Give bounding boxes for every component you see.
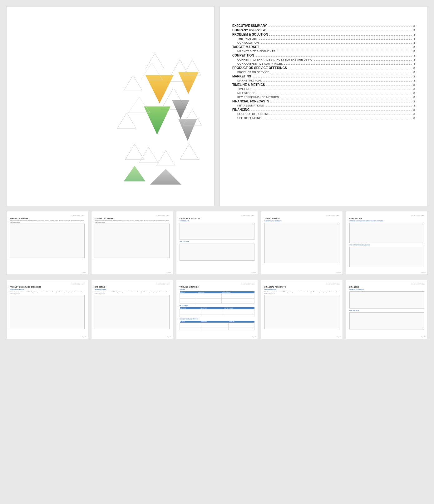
toc-dots xyxy=(270,102,412,102)
toc-item-label: EXECUTIVE SUMMARY xyxy=(232,24,267,27)
thumb-page-number: Page 4 xyxy=(337,272,341,273)
thumb-page-number: Page 7 xyxy=(167,336,171,338)
toc-page-num: 3 xyxy=(413,75,415,78)
thumb-confidential: CONFIDENTIAL xyxy=(95,215,170,216)
thumb-page-number: Page 4 xyxy=(252,272,256,273)
toc-dots xyxy=(251,111,412,111)
toc-dots xyxy=(260,43,412,44)
toc-item: THE PROBLEM3 xyxy=(232,37,415,40)
toc-item-label: TIMELINE & METRICS xyxy=(232,83,265,86)
page1-graphics xyxy=(117,50,205,188)
thumb-page-number: Page 4 xyxy=(167,272,171,273)
toc-item: PRODUCT OR SERVICE OFFERINGS3 xyxy=(232,66,415,70)
toc-dots xyxy=(257,94,412,94)
toc-dots xyxy=(260,48,412,48)
toc-item: CURRENT ALTERNATIVES TARGET BUYERS ARE U… xyxy=(232,58,415,61)
toc-item-label: MARKETING PLAN xyxy=(232,79,262,82)
top-pages-row: EXECUTIVE SUMMARY3COMPANY OVERVIEW3PROBL… xyxy=(6,6,428,206)
toc-page-num: 3 xyxy=(413,104,415,107)
thumb-title: COMPETITION xyxy=(349,217,424,219)
toc-page-num: 3 xyxy=(413,87,415,91)
toc-dots xyxy=(268,27,412,27)
toc-page-num: 3 xyxy=(413,37,415,40)
thumb-page-number: Page 10 xyxy=(421,336,426,338)
toc-page-num: 3 xyxy=(413,54,415,57)
thumb-title: COMPANY OVERVIEW xyxy=(95,217,170,219)
svg-marker-4 xyxy=(145,75,174,103)
toc-item-label: OUR COMPETITIVE ADVANTAGES xyxy=(232,62,283,65)
thumb-subtitle-2: OUR COMPETITIVE ADVANTAGES xyxy=(349,244,424,246)
toc-dots xyxy=(259,39,412,40)
toc-dots xyxy=(266,86,412,86)
thumbnail-page: CONFIDENTIALCOMPETITIONCURRENT ALTERNATI… xyxy=(346,211,428,275)
toc-item-label: MARKET SIZE & SEGMENTS xyxy=(232,50,275,53)
thumb-page-number: Page 3 xyxy=(82,272,86,273)
toc-item-label: THE PROBLEM xyxy=(232,37,258,40)
thumb-body: Write the section text and summarize all… xyxy=(95,291,170,295)
thumb-page-number: Page 5 xyxy=(422,272,426,273)
thumbnail-page: CONFIDENTIALFINANCINGSOURCES OF FUNDINGO… xyxy=(346,280,428,339)
thumb-body: Write the section text and summarize all… xyxy=(264,291,339,295)
thumbnail-page: CONFIDENTIALTARGET MARKETMARKET SIZE & S… xyxy=(261,211,343,275)
toc-dots xyxy=(284,64,412,65)
page-1-cover xyxy=(6,6,215,206)
thumb-subtitle: TIMELINE xyxy=(180,289,254,290)
toc-item: KEY PERFORMANCE METRICS3 xyxy=(232,96,415,99)
toc-item: TIMELINE & METRICS3 xyxy=(232,83,415,86)
toc-item: FINANCIAL FORECASTS3 xyxy=(232,100,415,103)
thumb-page-number: Page 6 xyxy=(82,336,86,338)
svg-marker-13 xyxy=(139,147,158,163)
toc-dots xyxy=(267,31,412,31)
svg-marker-6 xyxy=(144,106,170,135)
thumb-confidential: CONFIDENTIAL xyxy=(264,283,339,285)
toc-page-num: 3 xyxy=(413,24,415,27)
toc-dots xyxy=(288,69,412,69)
thumb-box-2 xyxy=(349,312,424,329)
toc-item-label: OUR SOLUTION xyxy=(232,41,259,44)
thumb-title: EXECUTIVE SUMMARY xyxy=(10,217,85,219)
thumbnails-row-1: CONFIDENTIALEXECUTIVE SUMMARYWrite the s… xyxy=(6,211,428,275)
toc-page-num: 3 xyxy=(413,112,415,116)
thumb-page-number: Page 9 xyxy=(337,336,341,338)
toc-item: TIMELINE3 xyxy=(232,87,415,91)
toc-page-num: 3 xyxy=(413,71,415,74)
toc-item-label: FINANCIAL FORECASTS xyxy=(232,100,269,103)
toc-item: PROBLEM & SOLUTION3 xyxy=(232,33,415,36)
svg-marker-16 xyxy=(150,169,181,185)
thumb-big-box xyxy=(264,223,339,263)
thumb-confidential: CONFIDENTIAL xyxy=(180,215,254,216)
toc-dots xyxy=(276,52,412,52)
toc-dots xyxy=(253,77,412,77)
thumb-subtitle-2: OUR SOLUTION xyxy=(349,310,424,311)
toc-item-label: KEY ASSUMPTIONS xyxy=(232,104,264,107)
toc-item: COMPANY OVERVIEW3 xyxy=(232,28,415,32)
thumb-title: TIMELINE & METRICS xyxy=(180,286,254,288)
thumbnail-page: CONFIDENTIALCOMPANY OVERVIEWWrite the se… xyxy=(91,211,173,275)
thumb-subtitle: PRODUCT OR SERVICE xyxy=(10,289,85,290)
toc-item-label: COMPANY OVERVIEW xyxy=(232,28,266,32)
thumb-confidential: CONFIDENTIAL xyxy=(264,215,339,216)
svg-marker-0 xyxy=(145,53,164,69)
thumb-body: Write the section text and summarize all… xyxy=(10,220,85,224)
thumb-table-milestones: MILESTONEDESCRIPTIONCOMPLETION DATE xyxy=(180,307,254,317)
thumb-title: PROBLEM & SOLUTION xyxy=(180,217,254,219)
toc-dots xyxy=(265,106,412,106)
svg-marker-15 xyxy=(124,166,145,181)
thumb-subtitle: MARKETING PLAN xyxy=(95,289,170,290)
svg-marker-14 xyxy=(156,150,175,166)
thumb-title: MARKETING xyxy=(95,286,170,288)
toc-item: MARKETING PLAN3 xyxy=(232,79,415,82)
thumb-page-number: Page 8 xyxy=(252,336,256,338)
toc-item-label: USE OF FUNDING xyxy=(232,116,261,120)
thumb-subtitle-2: OUR SOLUTION xyxy=(180,241,254,243)
toc-item-label: SOURCES OF FUNDING xyxy=(232,112,269,116)
thumbnail-page: CONFIDENTIALTIMELINE & METRICSTIMELINEAC… xyxy=(176,280,258,339)
toc-item: COMPETITION3 xyxy=(232,54,415,57)
toc-item-label: PRODUCT OR SERVICE xyxy=(232,71,269,74)
thumb-confidential: CONFIDENTIAL xyxy=(180,283,254,285)
toc-dots xyxy=(280,98,412,98)
thumbnail-page: CONFIDENTIALEXECUTIVE SUMMARYWrite the s… xyxy=(6,211,88,275)
toc-item-label: PROBLEM & SOLUTION xyxy=(232,33,268,36)
toc-item-label: TARGET MARKET xyxy=(232,45,259,49)
thumb-box-bottom xyxy=(349,247,424,267)
